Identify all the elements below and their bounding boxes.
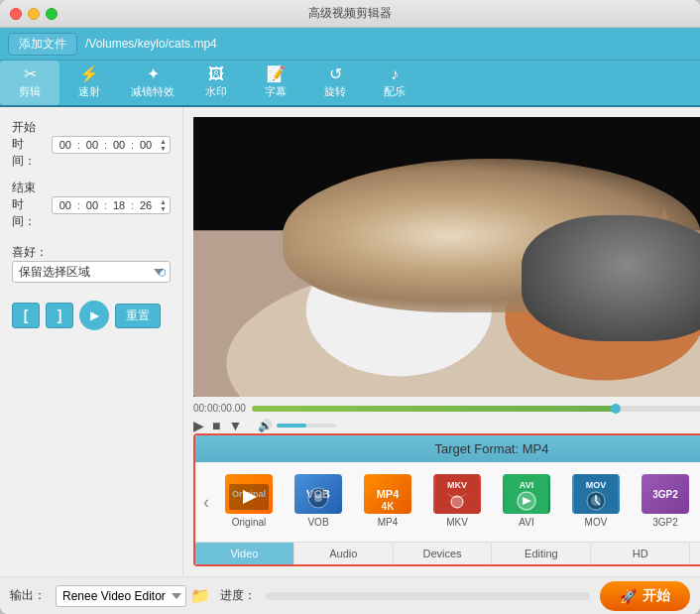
format-icons: Original Original VOB: [217, 470, 700, 534]
end-time-input[interactable]: : : : ▲ ▼: [52, 196, 171, 214]
minimize-button[interactable]: [28, 8, 40, 20]
end-time-down[interactable]: ▼: [160, 205, 167, 212]
toolbar-rotate[interactable]: ↺ 旋转: [305, 61, 365, 105]
format-original[interactable]: Original Original: [217, 470, 281, 534]
output-select[interactable]: Renee Video Editor: [56, 585, 186, 607]
subtitle-icon: 📝: [266, 66, 286, 82]
toolbar: ✂ 剪辑 ⚡ 速射 ✦ 减镜特效 🖼 水印 📝 字幕 ↺ 旋转 ♪ 配乐: [0, 60, 700, 107]
end-time-hours[interactable]: [56, 199, 75, 211]
start-time-seconds[interactable]: [109, 139, 129, 151]
bottom-progress-bar: [266, 592, 590, 600]
watermark-icon: 🖼: [208, 66, 224, 82]
toolbar-speed[interactable]: ⚡ 速射: [59, 61, 119, 105]
playback-stop-button[interactable]: ■: [212, 418, 220, 433]
volume-container: 🔊: [258, 419, 336, 432]
format-avi[interactable]: AVI AVI: [495, 470, 558, 534]
bracket-left-button[interactable]: [: [12, 303, 40, 328]
format-mov[interactable]: MOV MOV: [564, 470, 628, 534]
end-time-up[interactable]: ▲: [160, 198, 167, 205]
svg-text:MOV: MOV: [586, 480, 607, 490]
svg-point-12: [601, 233, 675, 307]
toolbar-subtitle[interactable]: 📝 字幕: [246, 61, 305, 105]
svg-point-4: [379, 230, 498, 323]
tab-audio[interactable]: Audio: [294, 543, 394, 564]
maximize-button[interactable]: [46, 8, 58, 20]
pref-select[interactable]: 保留选择区域 删除选择区域: [12, 261, 171, 283]
toolbar-cut[interactable]: ✂ 剪辑: [0, 61, 59, 105]
main-window: 高级视频剪辑器 添加文件 /Volumes/keylo/cats.mp4 ✂ 剪…: [0, 0, 700, 614]
svg-point-20: [314, 494, 322, 502]
start-button[interactable]: 🚀 开始: [600, 581, 690, 611]
format-content: ‹ Original Original: [195, 462, 700, 542]
format-img-3gp2: 3GP2: [642, 474, 689, 514]
pref-row: 喜好： 保留选择区域 删除选择区域 ⬡: [12, 240, 171, 283]
svg-line-13: [618, 257, 631, 264]
filepath-bar: 添加文件 /Volumes/keylo/cats.mp4: [0, 28, 700, 60]
file-path: /Volumes/keylo/cats.mp4: [85, 37, 217, 51]
start-time-down[interactable]: ▼: [160, 145, 167, 152]
svg-point-23: [451, 496, 463, 508]
progress-fill: [252, 406, 616, 412]
pref-label: 喜好：: [12, 244, 171, 261]
progress-thumb[interactable]: [611, 404, 621, 414]
video-controls: 00:00:00.00 0:00:18.26 ▶ ■ ▼ 🔊: [193, 403, 700, 433]
format-tabs: Video Audio Devices Editing HD: [195, 542, 700, 564]
video-container: [193, 117, 700, 397]
start-time-input[interactable]: : : : ▲ ▼: [52, 136, 171, 154]
end-time-ms[interactable]: [136, 199, 156, 211]
toolbar-watermark-label: 水印: [205, 84, 227, 99]
tab-devices[interactable]: Devices: [394, 543, 493, 564]
format-img-mp4-4k: MP4 4K: [364, 474, 411, 514]
bracket-right-button[interactable]: ]: [46, 303, 73, 328]
bottom-bar: 输出： Renee Video Editor 📁 进度： 🚀 开始: [0, 576, 700, 614]
end-time-row: 结束时间： : : : ▲ ▼: [12, 180, 171, 230]
svg-marker-15: [607, 210, 628, 237]
tab-editing[interactable]: Editing: [492, 543, 591, 564]
format-img-original: Original: [225, 474, 273, 514]
toolbar-music[interactable]: ♪ 配乐: [365, 61, 424, 105]
format-img-mov: MOV: [572, 474, 620, 514]
playback-play-button[interactable]: ▶: [193, 418, 204, 433]
folder-icon: 📁: [190, 587, 210, 604]
progress-label: 进度：: [220, 587, 256, 604]
window-title: 高级视频剪辑器: [308, 5, 392, 22]
left-panel: 开始时间： : : : ▲ ▼ 结束时间：: [0, 107, 183, 576]
format-prev-button[interactable]: ‹: [199, 492, 213, 513]
playback-skip-button[interactable]: ▼: [228, 418, 242, 433]
format-mp4-4k[interactable]: MP4 4K MP4: [356, 470, 419, 534]
toolbar-effects[interactable]: ✦ 减镜特效: [119, 61, 186, 105]
tab-video[interactable]: Video: [195, 543, 294, 564]
format-label-mp4-4k: MP4: [378, 517, 399, 528]
svg-marker-8: [399, 203, 425, 230]
play-button[interactable]: ▶: [79, 301, 109, 330]
format-vob[interactable]: VOB VOB: [287, 470, 350, 534]
format-header: Target Format: MP4: [195, 435, 700, 462]
toolbar-watermark[interactable]: 🖼 水印: [186, 61, 246, 105]
start-time-ms[interactable]: [136, 139, 156, 151]
svg-line-14: [621, 264, 638, 271]
close-button[interactable]: [10, 8, 22, 20]
format-panel: Target Format: MP4 ‹ Original: [193, 433, 700, 566]
volume-track[interactable]: [277, 424, 336, 428]
start-time-hours[interactable]: [56, 139, 75, 151]
start-time-minutes[interactable]: [82, 139, 102, 151]
tab-hd[interactable]: HD: [591, 543, 690, 564]
format-label-mov: MOV: [585, 517, 608, 528]
start-icon: 🚀: [620, 588, 637, 604]
time-current: 00:00:00.00: [193, 403, 246, 414]
format-mkv[interactable]: MKV MKV: [425, 470, 489, 534]
svg-point-11: [585, 241, 691, 326]
end-time-minutes[interactable]: [82, 199, 102, 211]
add-file-button[interactable]: 添加文件: [8, 33, 77, 56]
start-time-up[interactable]: ▲: [160, 138, 167, 145]
speed-icon: ⚡: [79, 66, 99, 82]
format-3gp2[interactable]: 3GP2 3GP2: [634, 470, 697, 534]
tab-web-sharing[interactable]: Web Sharing: [690, 543, 700, 564]
reset-button[interactable]: 重置: [115, 304, 161, 328]
end-time-seconds[interactable]: [109, 199, 129, 211]
progress-track[interactable]: [252, 406, 700, 412]
folder-button[interactable]: 📁: [190, 586, 210, 605]
progress-bar-area: 00:00:00.00 0:00:18.26: [193, 403, 700, 414]
svg-marker-9: [459, 201, 479, 228]
format-img-vob: VOB: [294, 474, 342, 514]
